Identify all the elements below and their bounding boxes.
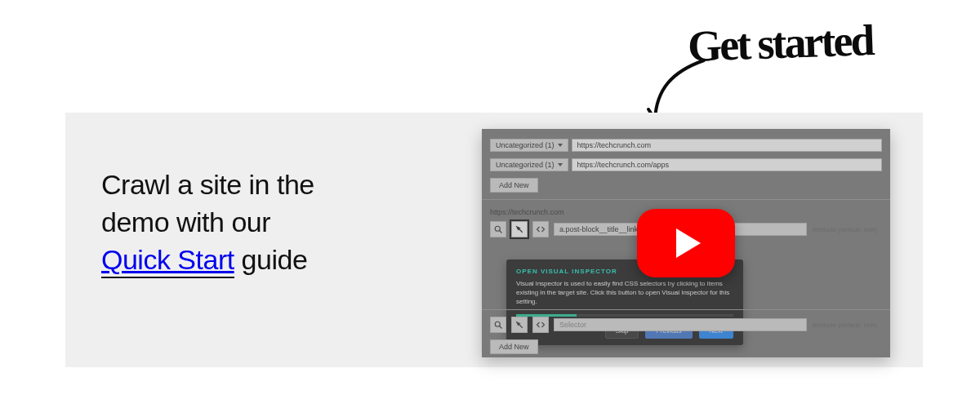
add-new-button[interactable]: Add New — [490, 339, 538, 354]
add-new-button[interactable]: Add New — [490, 178, 538, 193]
play-button[interactable] — [637, 209, 735, 277]
visual-inspector-icon[interactable] — [511, 221, 528, 237]
svg-line-1 — [500, 231, 502, 233]
handwritten-annotation: Get started — [639, 18, 949, 116]
svg-point-0 — [495, 226, 500, 231]
hero-tagline: Crawl a site in the demo with our Quick … — [101, 166, 444, 279]
code-icon[interactable] — [532, 317, 549, 333]
chevron-down-icon — [558, 163, 563, 166]
attribute-hint: Attribute (default: href) — [812, 322, 882, 329]
url-input[interactable]: https://techcrunch.com — [572, 139, 882, 152]
svg-line-4 — [500, 326, 502, 329]
visual-inspector-icon[interactable] — [511, 317, 528, 333]
tooltip-body: Visual inspector is used to easily find … — [516, 280, 733, 306]
category-dropdown[interactable]: Uncategorized (1) — [490, 139, 568, 152]
category-dropdown[interactable]: Uncategorized (1) — [490, 158, 568, 171]
selector-input[interactable]: Selector — [554, 318, 807, 331]
svg-line-5 — [519, 325, 523, 328]
selector-row: Selector Attribute (default: href) — [482, 313, 890, 336]
attribute-hint: Attribute (default: href) — [812, 226, 882, 233]
video-thumbnail[interactable]: Uncategorized (1) https://techcrunch.com… — [482, 129, 890, 357]
tagline-suffix: guide — [234, 244, 308, 275]
hero-panel: Crawl a site in the demo with our Quick … — [65, 113, 923, 367]
category-url-row: Uncategorized (1) https://techcrunch.com — [482, 135, 890, 155]
search-icon[interactable] — [490, 317, 506, 333]
svg-line-2 — [519, 229, 523, 233]
svg-point-3 — [495, 322, 500, 326]
play-icon — [676, 228, 701, 258]
tagline-line1: Crawl a site in the — [101, 169, 314, 200]
url-input[interactable]: https://techcrunch.com/apps — [572, 158, 882, 171]
search-icon[interactable] — [490, 221, 506, 237]
divider — [482, 199, 890, 200]
dropdown-label: Uncategorized (1) — [496, 141, 555, 149]
code-icon[interactable] — [532, 221, 549, 237]
dropdown-label: Uncategorized (1) — [496, 161, 555, 169]
chevron-down-icon — [558, 144, 563, 147]
category-url-row: Uncategorized (1) https://techcrunch.com… — [482, 155, 890, 175]
quick-start-link[interactable]: Quick Start — [101, 244, 234, 278]
annotation-text: Get started — [687, 15, 873, 72]
tagline-line2: demo with our — [101, 206, 270, 237]
divider — [482, 309, 890, 310]
